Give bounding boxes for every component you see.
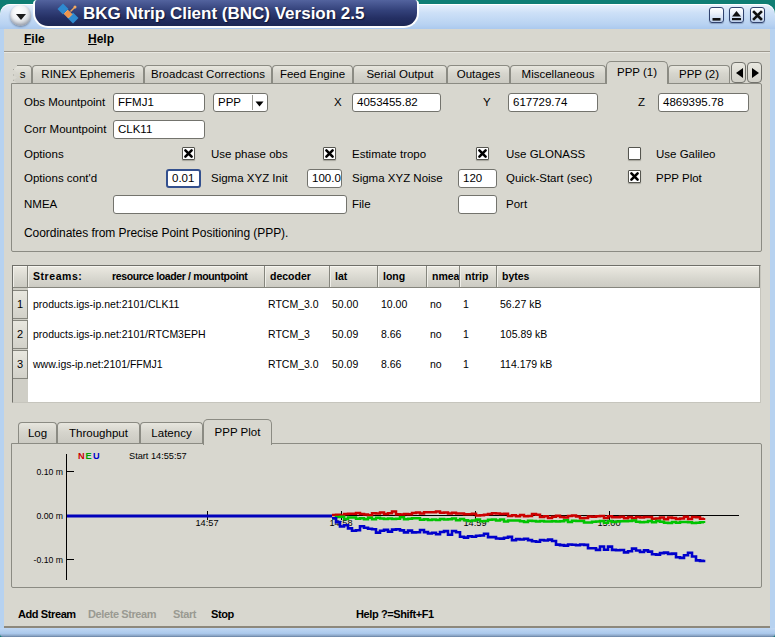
svg-text:0.10 m: 0.10 m xyxy=(36,467,63,477)
svg-text:0.00 m: 0.00 m xyxy=(36,511,63,521)
svg-text:U: U xyxy=(93,451,100,461)
svg-text:Start 14:55:57: Start 14:55:57 xyxy=(129,451,187,461)
svg-text:E: E xyxy=(86,451,92,461)
svg-text:-0.10 m: -0.10 m xyxy=(34,555,63,565)
svg-text:N: N xyxy=(78,451,85,461)
